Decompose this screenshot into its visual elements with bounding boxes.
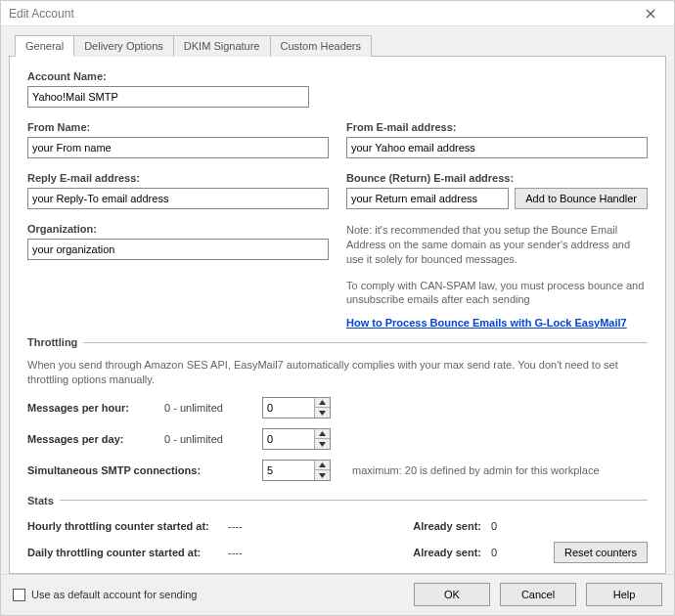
tab-dkim-signature[interactable]: DKIM Signature [174,35,271,57]
daily-counter-label: Daily throttling counter started at: [27,547,228,558]
bounce-note-text: Note: it's recommended that you setup th… [346,223,648,267]
reply-email-input[interactable] [27,188,329,209]
tab-custom-headers[interactable]: Custom Headers [271,35,373,57]
spinner-down-button[interactable] [315,408,330,418]
default-account-label: Use as default account for sending [31,589,197,600]
reset-counters-button[interactable]: Reset counters [554,542,648,563]
dialog-footer: Use as default account for sending OK Ca… [1,574,674,615]
spinner-up-button[interactable] [315,429,330,440]
throttling-legend: Throttling [27,336,83,348]
chevron-up-icon [319,400,326,405]
already-sent-hourly-value: 0 [491,520,550,532]
already-sent-hourly-label: Already sent: [287,520,491,532]
tab-general[interactable]: General [15,35,74,57]
bounce-email-label: Bounce (Return) E-mail address: [346,172,648,184]
smtp-connections-spinner[interactable] [262,460,331,481]
from-name-input[interactable] [27,137,329,158]
already-sent-daily-label: Already sent: [287,547,491,558]
messages-per-hour-spinner[interactable] [262,397,331,418]
daily-counter-value: ---- [228,547,287,558]
messages-per-day-input[interactable] [263,429,314,449]
account-name-input[interactable] [27,86,309,108]
add-bounce-handler-button[interactable]: Add to Bounce Handler [515,188,648,209]
account-name-label: Account Name: [27,70,648,82]
from-email-label: From E-mail address: [346,121,648,133]
from-name-label: From Name: [27,121,329,133]
stats-fieldset: Stats Hourly throttling counter started … [27,495,648,563]
title-bar: Edit Account [1,1,674,26]
throttling-fieldset: Throttling When you send through Amazon … [27,336,648,481]
chevron-down-icon [319,473,326,478]
bounce-help-link[interactable]: How to Process Bounce Emails with G-Lock… [346,317,627,329]
organization-label: Organization: [27,223,329,235]
window-title: Edit Account [9,7,635,21]
from-email-input[interactable] [346,137,648,158]
ok-button[interactable]: OK [414,583,490,606]
chevron-down-icon [319,442,326,447]
window-body: General Delivery Options DKIM Signature … [1,26,674,574]
already-sent-daily-value: 0 [491,547,550,558]
edit-account-window: Edit Account General Delivery Options DK… [0,0,675,616]
spinner-down-button[interactable] [315,470,330,480]
hourly-counter-value: ---- [228,520,287,532]
organization-input[interactable] [27,239,329,260]
close-button[interactable] [635,1,666,26]
reply-email-label: Reply E-mail address: [27,172,329,184]
messages-per-day-label: Messages per day: [27,433,155,445]
spinner-down-button[interactable] [315,439,330,449]
canspam-note-text: To comply with CAN-SPAM law, you must pr… [346,279,648,308]
messages-per-day-spinner[interactable] [262,428,331,450]
default-account-checkbox-wrap[interactable]: Use as default account for sending [13,589,404,601]
close-icon [646,9,655,19]
throttling-desc: When you send through Amazon SES API, Ea… [27,358,648,387]
chevron-up-icon [319,431,326,436]
hourly-counter-label: Hourly throttling counter started at: [27,520,228,532]
general-panel: Account Name: From Name: From E-mail add… [9,56,666,574]
smtp-connections-label: Simultaneous SMTP connections: [27,464,252,476]
messages-per-hour-input[interactable] [263,398,314,418]
tab-strip: General Delivery Options DKIM Signature … [9,35,666,57]
messages-per-day-hint: 0 - unlimited [164,433,252,445]
cancel-button[interactable]: Cancel [500,583,576,606]
chevron-up-icon [319,462,326,467]
bounce-email-input[interactable] [346,188,509,209]
spinner-up-button[interactable] [315,398,330,409]
smtp-max-note: maximum: 20 is defined by admin for this… [352,464,600,476]
stats-legend: Stats [27,495,60,506]
help-button[interactable]: Help [586,583,662,606]
chevron-down-icon [319,411,326,416]
messages-per-hour-hint: 0 - unlimited [164,402,252,414]
spinner-up-button[interactable] [315,461,330,471]
smtp-connections-input[interactable] [263,461,314,480]
tab-delivery-options[interactable]: Delivery Options [74,35,174,57]
checkbox-icon [13,589,25,601]
messages-per-hour-label: Messages per hour: [27,402,155,414]
